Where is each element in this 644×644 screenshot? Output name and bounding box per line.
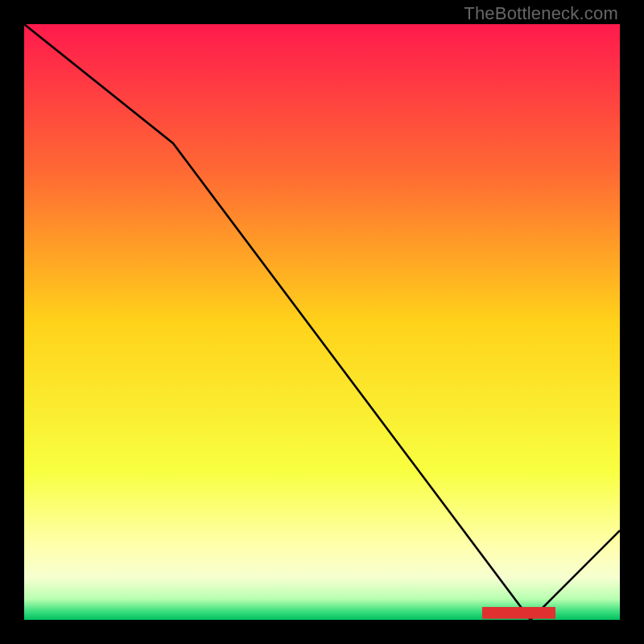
watermark-text: TheBottleneck.com: [464, 3, 618, 24]
gradient-background: [24, 24, 620, 620]
plot-area: ████████████: [24, 24, 620, 620]
chart-frame: TheBottleneck.com ████████████: [0, 0, 644, 644]
optimum-marker: ████████████: [482, 607, 555, 618]
plot-svg: [24, 24, 620, 620]
